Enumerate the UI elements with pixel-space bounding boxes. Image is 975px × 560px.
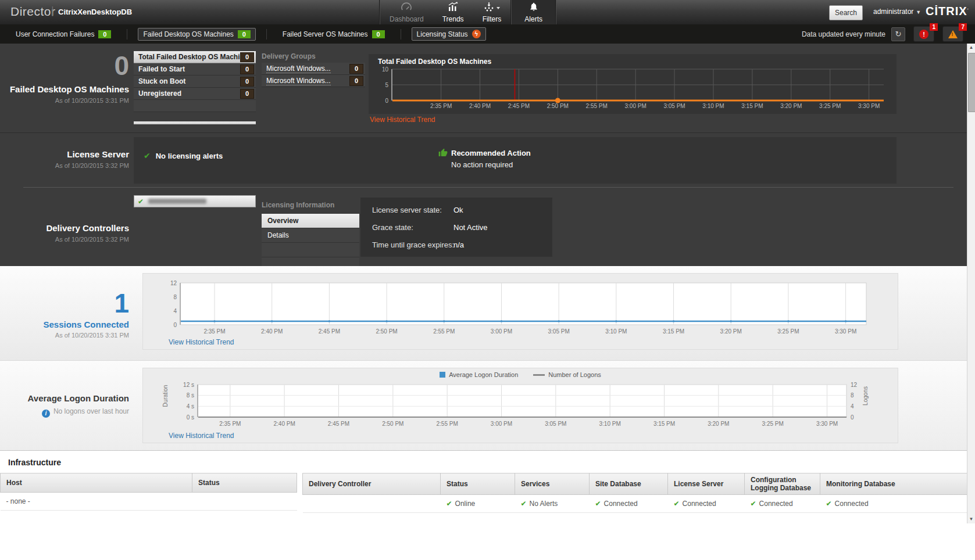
y-axis-label-duration: Duration [162, 379, 169, 414]
sessions-connected-panel: 1 Sessions Connected As of 10/20/2015 3:… [0, 266, 967, 360]
view-historical-trend-link[interactable]: View Historical Trend [370, 116, 435, 124]
dashboard-gauge-icon [401, 2, 412, 14]
list-item-unregistered[interactable]: Unregistered 0 [134, 88, 256, 100]
tab-divider [401, 29, 401, 40]
site-database-cell: Connected [590, 495, 668, 513]
tab-failed-server-os-machines[interactable]: Failed Server OS Machines 0 [277, 28, 390, 41]
dashboard-tab-bar: User Connection Failures 0 Failed Deskto… [0, 24, 975, 44]
delivery-group-link[interactable]: Microsoft Windows... [262, 64, 349, 73]
recommended-action-title: Recommended Action [451, 149, 531, 157]
nav-filters[interactable]: Filters [473, 0, 511, 24]
tab-label: User Connection Failures [16, 30, 94, 38]
svg-text:2:40 PM: 2:40 PM [274, 421, 295, 427]
scroll-up-arrow[interactable] [967, 44, 975, 52]
license-server-panel: License Server As of 10/20/2015 3:32 PM … [0, 132, 967, 187]
tab-label: Failed Desktop OS Machines [143, 30, 233, 38]
tab-divider [127, 29, 127, 40]
scroll-down-arrow[interactable] [967, 515, 975, 523]
count-badge: 0 [240, 52, 254, 62]
count-badge: 0 [349, 76, 363, 86]
logon-note: No logons over last hour [0, 407, 129, 418]
warning-alerts-button[interactable]: 7 [942, 26, 963, 42]
critical-alerts-button[interactable]: 1 [913, 26, 934, 42]
count-badge: 0 [372, 30, 385, 38]
list-item-failed-to-start[interactable]: Failed to Start 0 [134, 63, 256, 76]
list-item-total-failed[interactable]: Total Failed Desktop OS Machines 0 [134, 51, 256, 63]
host-status-cell [192, 493, 297, 511]
list-item-stuck-on-boot[interactable]: Stuck on Boot 0 [134, 76, 256, 88]
svg-text:3:15 PM: 3:15 PM [663, 328, 684, 335]
license-status: No licensing alerts [144, 151, 223, 160]
column-header-delivery-controller: Delivery Controller [303, 473, 441, 495]
svg-text:3:20 PM: 3:20 PM [720, 328, 742, 335]
vertical-scrollbar[interactable] [967, 44, 975, 523]
count-badge: 0 [240, 64, 254, 74]
check-icon [751, 500, 756, 508]
tab-failed-desktop-os-machines[interactable]: Failed Desktop OS Machines 0 [138, 28, 255, 41]
menu-item-empty [262, 243, 359, 257]
legend-label: Number of Logons [548, 371, 601, 378]
tab-label: Failed Server OS Machines [283, 30, 368, 38]
svg-text:2:50 PM: 2:50 PM [547, 103, 569, 109]
delivery-groups-header: Delivery Groups [262, 51, 365, 63]
info-value: Not Active [453, 223, 488, 232]
nav-dashboard-label: Dashboard [390, 15, 424, 23]
svg-text:3:15 PM: 3:15 PM [741, 103, 763, 109]
licensing-alert-icon [472, 30, 481, 38]
scrollbar-thumb[interactable] [968, 53, 975, 112]
search-button[interactable]: Search [829, 5, 863, 20]
nav-trends[interactable]: Trends [433, 0, 473, 24]
licensing-information-menu: Licensing Information Overview Details [262, 201, 359, 272]
empty-row [134, 100, 256, 112]
info-row: Time until grace expires: n/a [372, 240, 454, 249]
svg-text:3:05 PM: 3:05 PM [545, 421, 566, 427]
table-row: - none - [1, 493, 297, 511]
host-table: Host Status - none - [0, 473, 297, 511]
tab-licensing-status[interactable]: Licensing Status [412, 27, 486, 41]
svg-text:4: 4 [851, 403, 854, 410]
refresh-button[interactable] [891, 27, 905, 41]
info-value: Ok [453, 206, 463, 214]
svg-text:3:10 PM: 3:10 PM [702, 103, 724, 109]
column-header-config-logging-database: Configuration Logging Database [745, 473, 820, 495]
svg-text:3:05 PM: 3:05 PM [548, 328, 570, 335]
horizontal-scrollbar[interactable] [134, 121, 256, 124]
svg-text:3:00 PM: 3:00 PM [491, 421, 512, 427]
svg-text:2:55 PM: 2:55 PM [433, 328, 455, 335]
menu-item-details[interactable]: Details [262, 228, 359, 243]
director-dashboard: Director | CitrixXenDesktopDB Dashboard [0, 0, 975, 560]
count-badge: 0 [240, 89, 254, 99]
info-row: Grace state: Not Active [372, 223, 413, 232]
svg-text:5: 5 [385, 82, 388, 88]
view-historical-trend-link[interactable]: View Historical Trend [169, 338, 234, 346]
controller-name-cell [303, 495, 441, 513]
tab-user-connection-failures[interactable]: User Connection Failures 0 [10, 28, 116, 41]
critical-alert-icon [919, 30, 928, 39]
svg-text:12: 12 [851, 382, 858, 388]
monitoring-database-cell: Connected [820, 495, 967, 513]
view-historical-trend-link[interactable]: View Historical Trend [169, 432, 234, 440]
failed-machines-chart-card: Total Failed Desktop OS Machines 10502:3… [369, 54, 897, 114]
svg-text:2:45 PM: 2:45 PM [319, 328, 340, 335]
filters-icon [483, 2, 501, 14]
controller-name-redacted [148, 199, 206, 204]
list-item-label: Failed to Start [134, 65, 240, 73]
svg-text:2:35 PM: 2:35 PM [203, 328, 225, 335]
count-badge: 0 [240, 77, 254, 87]
panel-title: License Server [0, 149, 129, 159]
controller-list-item-selected[interactable] [134, 195, 256, 207]
delivery-group-link[interactable]: Microsoft Windows... [262, 77, 349, 85]
check-icon [595, 500, 601, 508]
nav-alerts[interactable]: Alerts [512, 0, 555, 24]
user-menu[interactable]: administrator▼ [873, 8, 921, 16]
menu-item-overview[interactable]: Overview [262, 214, 359, 228]
failed-machines-kpi: 0 Failed Desktop OS Machines As of 10/20… [0, 44, 129, 132]
sessions-chart-container: 128402:35 PM2:40 PM2:45 PM2:50 PM2:55 PM… [142, 273, 898, 350]
panel-title: Average Logon Duration [0, 393, 129, 403]
list-item-label: Total Failed Desktop OS Machines [134, 53, 240, 61]
license-server-cell: Connected [668, 495, 745, 513]
info-value: n/a [453, 240, 464, 249]
svg-text:0: 0 [851, 414, 854, 421]
info-row: License server state: Ok [372, 206, 442, 214]
nav-dashboard[interactable]: Dashboard [380, 0, 433, 24]
